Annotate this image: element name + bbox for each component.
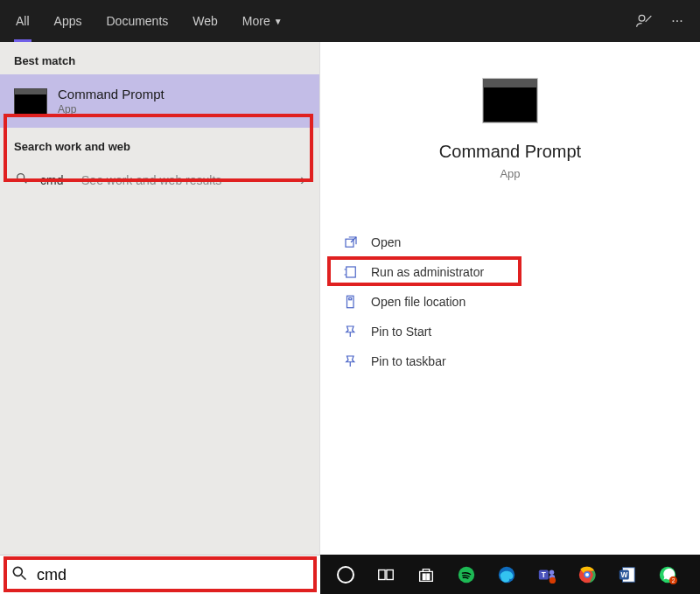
whatsapp-icon[interactable]: 2 xyxy=(648,555,688,594)
more-options-icon[interactable]: ··· xyxy=(668,12,686,30)
search-icon xyxy=(14,171,30,188)
web-query: cmd xyxy=(40,173,63,187)
preview-pane: Command Prompt App Open Run as administr… xyxy=(320,42,700,555)
command-prompt-icon xyxy=(14,88,47,115)
search-web-label: Search work and web xyxy=(0,128,319,160)
search-icon xyxy=(10,564,28,586)
action-open[interactable]: Open xyxy=(338,227,682,257)
taskbar: T W 2 xyxy=(0,555,700,594)
search-tabs-bar: All Apps Documents Web More▼ ··· xyxy=(0,0,700,42)
tab-web[interactable]: Web xyxy=(180,0,230,42)
tab-more[interactable]: More▼ xyxy=(230,0,295,42)
search-web-result[interactable]: cmd - See work and web results › xyxy=(0,160,319,199)
svg-text:2: 2 xyxy=(672,577,676,584)
svg-rect-12 xyxy=(387,570,393,579)
microsoft-store-icon[interactable] xyxy=(406,555,446,594)
svg-point-21 xyxy=(550,570,555,575)
svg-line-10 xyxy=(22,575,26,579)
spotify-icon[interactable] xyxy=(446,555,486,594)
svg-line-2 xyxy=(24,180,26,183)
folder-icon xyxy=(343,294,359,310)
tab-documents[interactable]: Documents xyxy=(94,0,180,42)
teams-icon[interactable]: T xyxy=(527,555,567,594)
word-icon[interactable]: W xyxy=(607,555,648,594)
svg-rect-15 xyxy=(423,577,425,579)
svg-text:T: T xyxy=(542,570,546,578)
action-pin-to-taskbar[interactable]: Pin to taskbar xyxy=(338,346,682,376)
svg-point-9 xyxy=(13,567,22,576)
svg-point-1 xyxy=(18,174,24,181)
svg-text:W: W xyxy=(620,570,627,578)
chevron-down-icon: ▼ xyxy=(274,17,283,26)
action-run-as-admin[interactable]: Run as administrator xyxy=(338,257,682,287)
preview-title: Command Prompt xyxy=(338,142,682,162)
web-hint: - See work and web results xyxy=(74,173,221,187)
feedback-icon[interactable] xyxy=(635,12,653,30)
shield-icon xyxy=(343,264,359,280)
action-pin-to-start[interactable]: Pin to Start xyxy=(338,317,682,346)
task-view-icon[interactable] xyxy=(366,555,406,594)
svg-rect-14 xyxy=(427,574,430,577)
svg-rect-6 xyxy=(349,298,352,300)
tab-apps[interactable]: Apps xyxy=(42,0,94,42)
chrome-icon[interactable] xyxy=(567,555,607,594)
svg-point-0 xyxy=(639,15,645,21)
svg-rect-4 xyxy=(346,267,356,277)
pin-icon xyxy=(343,353,359,369)
best-match-label: Best match xyxy=(0,42,319,74)
action-open-file-location[interactable]: Open file location xyxy=(338,287,682,317)
svg-rect-11 xyxy=(379,570,385,579)
edge-icon[interactable] xyxy=(486,555,527,594)
best-match-subtitle: App xyxy=(58,103,164,115)
pin-icon xyxy=(343,324,359,339)
tab-all[interactable]: All xyxy=(4,0,42,42)
svg-point-23 xyxy=(550,577,556,583)
best-match-result[interactable]: Command Prompt App xyxy=(0,74,319,128)
svg-rect-16 xyxy=(427,577,430,579)
svg-point-26 xyxy=(585,572,589,576)
open-icon xyxy=(343,234,359,250)
preview-subtitle: App xyxy=(338,167,682,180)
command-prompt-icon xyxy=(483,79,537,122)
preview-actions: Open Run as administrator Open file loca… xyxy=(338,227,682,376)
svg-point-17 xyxy=(458,566,474,582)
best-match-title: Command Prompt xyxy=(58,87,164,101)
search-input[interactable] xyxy=(37,566,310,584)
taskbar-search[interactable] xyxy=(0,555,320,594)
chevron-right-icon: › xyxy=(300,171,305,189)
svg-rect-13 xyxy=(423,574,425,577)
results-list: Best match Command Prompt App Search wor… xyxy=(0,42,320,555)
cortana-icon[interactable] xyxy=(326,555,366,594)
